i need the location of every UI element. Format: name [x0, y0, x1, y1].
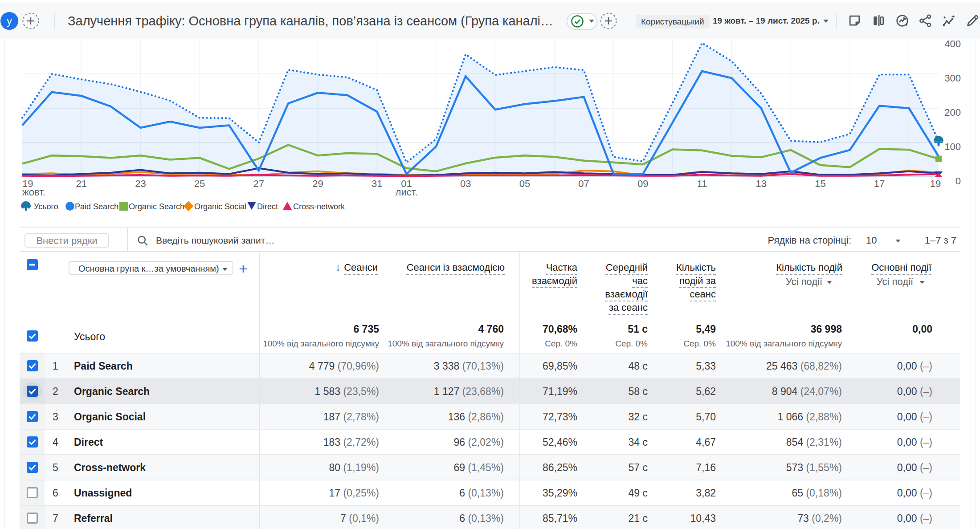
svg-text:09: 09 — [637, 178, 648, 189]
svg-text:07: 07 — [578, 178, 589, 189]
svg-text:25: 25 — [194, 178, 205, 189]
svg-text:15: 15 — [815, 178, 825, 189]
svg-text:200: 200 — [944, 107, 961, 118]
svg-text:400: 400 — [944, 39, 961, 49]
svg-text:23: 23 — [135, 178, 146, 189]
svg-text:0: 0 — [956, 175, 961, 187]
svg-text:13: 13 — [755, 178, 766, 189]
svg-text:03: 03 — [460, 178, 471, 189]
svg-text:05: 05 — [519, 178, 530, 189]
svg-text:21: 21 — [76, 178, 86, 189]
svg-text:19: 19 — [930, 178, 941, 189]
svg-text:300: 300 — [944, 73, 961, 84]
svg-text:жовт.: жовт. — [22, 187, 45, 198]
svg-text:100: 100 — [944, 141, 961, 152]
svg-text:27: 27 — [253, 178, 264, 189]
svg-text:лист.: лист. — [396, 187, 418, 198]
svg-text:17: 17 — [874, 178, 885, 189]
svg-text:11: 11 — [697, 178, 707, 189]
svg-text:29: 29 — [312, 178, 323, 189]
svg-text:31: 31 — [372, 178, 382, 189]
